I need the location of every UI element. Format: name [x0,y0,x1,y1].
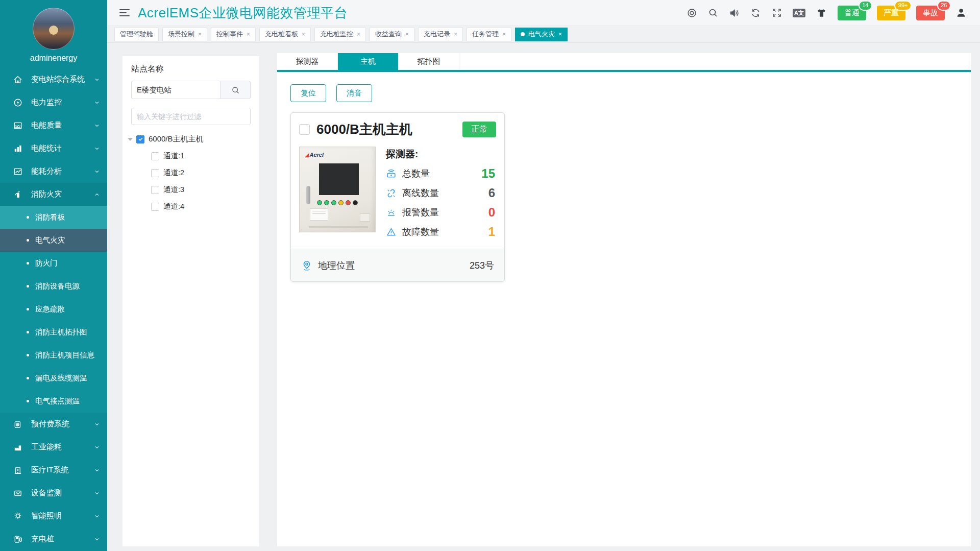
aim-icon[interactable] [687,8,697,18]
chevron-down-icon [94,513,100,519]
card-title: 6000/B主机主机 [316,121,412,138]
tree-root-row[interactable]: 6000/B主机主机 [128,132,254,146]
location-pin-icon [301,260,312,271]
chevron-down-icon [94,77,100,83]
sidebar-item-power-quality[interactable]: 电能质量 [0,114,107,137]
tab-revenue-query[interactable]: 收益查询 [370,28,414,41]
close-icon[interactable] [357,31,360,37]
username: adminenergy [0,54,107,63]
sidebar-subitem-fire-door[interactable]: 防火门 [0,252,107,275]
sidebar-item-energy-stats[interactable]: 电能统计 [0,137,107,160]
device-buttons [317,200,358,205]
sidebar-item-energy-analysis[interactable]: 能耗分析 [0,160,107,183]
alarm-accident-button[interactable]: 事故 26 [916,6,945,20]
sidebar-item-substation[interactable]: 变电站综合系统 [0,68,107,91]
sidebar-item-fire-safety[interactable]: 消防火灾 [0,183,107,206]
tab-task-management[interactable]: 任务管理 [467,28,511,41]
search-icon[interactable] [708,8,718,18]
fullscreen-icon[interactable] [772,8,782,18]
checkbox-unchecked[interactable] [151,186,159,194]
sidebar-item-power-monitor[interactable]: 电力监控 [0,91,107,114]
detector-total-icon [386,169,397,179]
bullet-icon [27,331,29,333]
close-icon[interactable] [405,31,409,37]
checkbox-checked[interactable] [136,135,144,143]
chevron-down-icon [94,169,100,175]
close-icon[interactable] [198,31,202,37]
tree-child-row[interactable]: 通道:1 [128,149,254,163]
avatar[interactable] [33,8,75,50]
station-search-button[interactable] [220,81,251,99]
tree-child-row[interactable]: 通道:3 [128,183,254,197]
host-card[interactable]: 6000/B主机主机 正常 ◢Acrel 探测器: [290,112,505,282]
energy-stats-icon [13,144,24,153]
fault-icon [386,227,397,237]
sidebar-item-smart-lighting[interactable]: 智能照明 [0,505,107,528]
user-icon[interactable] [955,7,967,18]
close-icon[interactable] [302,31,305,37]
alarm-normal-button[interactable]: 普通 14 [838,6,866,20]
close-icon[interactable] [454,31,457,37]
tab-charging-records[interactable]: 充电记录 [418,28,463,41]
tab-scene-control[interactable]: 场景控制 [162,28,207,41]
tab-host[interactable]: 主机 [338,53,399,70]
content-panel: 探测器 主机 拓扑图 复位 消音 6000/B主机主机 正常 ◢Acrel [277,53,971,546]
chevron-down-icon [94,536,100,542]
ev-charger-icon [13,535,24,544]
sidebar-subitem-emergency-evacuation[interactable]: 应急疏散 [0,298,107,321]
sidebar-subitem-fire-host-project-info[interactable]: 消防主机项目信息 [0,344,107,367]
theme-shirt-icon[interactable] [816,8,827,18]
sidebar-subitem-fire-dashboard[interactable]: 消防看板 [0,206,107,229]
status-badge: 正常 [462,122,496,137]
menu-toggle-icon[interactable] [119,8,130,18]
tab-detectors[interactable]: 探测器 [277,53,338,70]
sidebar-item-device-monitor[interactable]: 设备监测 [0,482,107,505]
tree-root-label[interactable]: 6000/B主机主机 [149,134,204,144]
close-icon[interactable] [502,31,506,37]
mute-button[interactable]: 消音 [336,84,372,102]
tab-dashboard[interactable]: 管理驾驶舱 [114,28,159,41]
tab-charger-board[interactable]: 充电桩看板 [259,28,311,41]
device-monitor-icon [13,489,24,498]
caret-down-icon[interactable] [128,138,133,141]
close-icon[interactable] [558,31,562,37]
sidebar-subitem-fire-host-topology[interactable]: 消防主机拓扑图 [0,321,107,344]
sidebar-item-industrial-energy[interactable]: 工业能耗 [0,436,107,459]
tab-control-events[interactable]: 控制事件 [211,28,256,41]
bullet-icon [27,354,29,356]
location-label: 地理位置 [318,259,355,272]
reset-button[interactable]: 复位 [290,84,326,102]
volume-icon[interactable] [729,8,740,18]
alarm-icon [386,207,397,218]
tab-charger-monitor[interactable]: 充电桩监控 [314,28,366,41]
location-value: 253号 [470,259,494,272]
close-icon[interactable] [247,31,250,37]
sidebar-item-prepaid-system[interactable]: 预付费系统 [0,413,107,436]
tab-topology[interactable]: 拓扑图 [399,53,459,70]
tree-child-row[interactable]: 通道:4 [128,200,254,213]
alarm-severe-button[interactable]: 严重 99+ [877,6,905,20]
card-checkbox[interactable] [299,124,310,135]
bullet-icon [27,285,29,288]
checkbox-unchecked[interactable] [151,203,159,211]
tab-electrical-fire[interactable]: 电气火灾 [515,28,568,41]
tree-filter-input[interactable] [131,108,251,125]
sidebar-subitem-electrical-contact-temp[interactable]: 电气接点测温 [0,390,107,413]
translate-icon[interactable]: A文 [793,9,805,17]
sidebar-item-medical-it[interactable]: 医疗IT系统 [0,459,107,482]
refresh-icon[interactable] [750,8,761,18]
checkbox-unchecked[interactable] [151,169,159,177]
chevron-down-icon [94,444,100,450]
stat-row-offline: 离线数量 6 [386,183,495,203]
device-brand-logo: ◢Acrel [305,152,324,158]
substation-home-icon [13,75,24,84]
sidebar-subitem-fire-equipment-power[interactable]: 消防设备电源 [0,275,107,298]
sidebar-item-ev-charger[interactable]: 充电桩 [0,528,107,550]
station-search-input[interactable] [131,81,220,99]
tree-child-row[interactable]: 通道:2 [128,166,254,180]
sidebar-subitem-leakage-cable-temp[interactable]: 漏电及线缆测温 [0,367,107,390]
power-quality-icon [13,121,24,130]
checkbox-unchecked[interactable] [151,152,159,160]
sidebar-subitem-electrical-fire[interactable]: 电气火灾 [0,229,107,252]
bullet-icon [27,377,29,379]
